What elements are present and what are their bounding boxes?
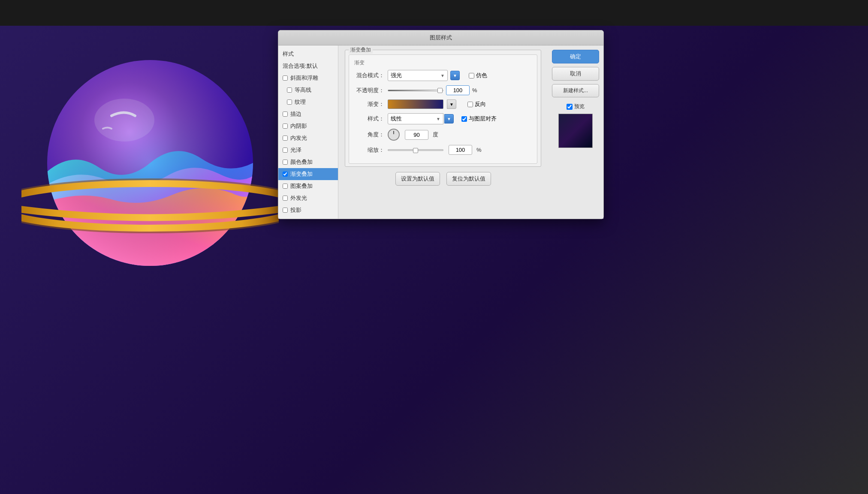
preview-label-text: 预览 xyxy=(574,103,585,110)
blend-mode-dropdown-btn[interactable]: ▼ xyxy=(450,71,460,80)
set-default-button[interactable]: 设置为默认值 xyxy=(395,172,440,186)
blend-label: 混合选项:默认 xyxy=(283,62,318,70)
scale-input[interactable] xyxy=(449,145,472,155)
bottom-buttons: 设置为默认值 复位为默认值 xyxy=(345,172,541,186)
drop-shadow-label: 投影 xyxy=(290,206,301,214)
style-arrow-icon: ▼ xyxy=(436,117,440,121)
gradient-edit-btn[interactable]: ▼ xyxy=(447,99,456,109)
outer-glow-checkbox[interactable] xyxy=(283,196,288,201)
angle-input[interactable] xyxy=(405,130,428,140)
style-value: 线性 xyxy=(391,115,402,123)
blend-mode-row: 混合模式： 强光 ▼ ▼ 仿色 xyxy=(354,70,532,81)
right-buttons-panel: 确定 取消 新建样式... 预览 xyxy=(548,45,603,219)
opacity-row: 不透明度： % xyxy=(354,85,532,95)
main-panel: 渐变叠加 渐变 混合模式： 强光 ▼ xyxy=(338,45,548,219)
pattern-overlay-label: 图案叠加 xyxy=(290,182,313,190)
svg-point-3 xyxy=(47,60,253,266)
angle-label: 角度： xyxy=(354,131,384,139)
preview-section: 预览 xyxy=(552,103,599,148)
preview-box xyxy=(558,114,593,148)
sidebar-item-inner-glow[interactable]: 内发光 xyxy=(278,132,338,144)
outer-section-title: 渐变叠加 xyxy=(349,46,373,54)
dialog-title-bar: 图层样式 xyxy=(278,30,603,45)
contour-checkbox[interactable] xyxy=(287,87,292,93)
inner-section-title: 渐变 xyxy=(354,59,532,66)
reverse-label: 反向 xyxy=(475,100,486,108)
sidebar-item-gradient-overlay[interactable]: 渐变叠加 xyxy=(278,168,338,180)
gradient-overlay-checkbox[interactable] xyxy=(283,172,288,177)
align-layer-checkbox[interactable] xyxy=(461,116,467,122)
style-dropdown-arrow-icon: ▼ xyxy=(447,117,451,121)
sidebar-item-style[interactable]: 样式 xyxy=(278,48,338,60)
top-bar xyxy=(0,0,868,26)
sidebar-item-color-overlay[interactable]: 颜色叠加 xyxy=(278,156,338,168)
stroke-checkbox[interactable] xyxy=(283,111,288,117)
planet-illustration xyxy=(21,43,279,300)
sidebar-item-bevel[interactable]: 斜面和浮雕 xyxy=(278,72,338,84)
reverse-checkbox[interactable] xyxy=(467,102,473,107)
scale-slider[interactable] xyxy=(388,146,443,154)
gradient-label: 渐变： xyxy=(354,100,384,108)
style-row: 样式： 线性 ▼ ▼ xyxy=(354,113,532,124)
opacity-label: 不透明度： xyxy=(354,87,384,94)
scale-row: 缩放： % xyxy=(354,145,532,155)
blend-mode-arrow: ▼ xyxy=(440,73,445,78)
gradient-bar[interactable] xyxy=(388,99,443,109)
confirm-button[interactable]: 确定 xyxy=(552,50,599,63)
reset-default-button[interactable]: 复位为默认值 xyxy=(446,172,491,186)
dither-checkbox[interactable] xyxy=(469,73,474,78)
style-dropdown-btn[interactable]: ▼ xyxy=(444,114,454,124)
inner-glow-checkbox[interactable] xyxy=(283,136,288,141)
cancel-button[interactable]: 取消 xyxy=(552,67,599,81)
style-label-field: 样式： xyxy=(354,115,384,123)
texture-label: 纹理 xyxy=(295,98,306,106)
color-overlay-checkbox[interactable] xyxy=(283,160,288,165)
blend-mode-dropdown-arrow-icon: ▼ xyxy=(453,73,457,78)
layer-style-dialog: 图层样式 样式 混合选项:默认 斜面和浮雕 等高线 纹理 xyxy=(278,30,604,219)
satin-checkbox[interactable] xyxy=(283,148,288,153)
angle-row: 角度： 度 xyxy=(354,129,532,141)
inner-shadow-checkbox[interactable] xyxy=(283,124,288,129)
opacity-unit: % xyxy=(472,87,477,93)
sidebar-item-drop-shadow[interactable]: 投影 xyxy=(278,204,338,216)
reverse-section: 反向 xyxy=(467,100,486,108)
sidebar: 样式 混合选项:默认 斜面和浮雕 等高线 纹理 描边 xyxy=(278,45,338,219)
color-overlay-label: 颜色叠加 xyxy=(290,158,313,166)
dither-label: 仿色 xyxy=(476,72,487,79)
sidebar-item-pattern-overlay[interactable]: 图案叠加 xyxy=(278,180,338,192)
sidebar-item-outer-glow[interactable]: 外发光 xyxy=(278,192,338,204)
opacity-slider[interactable] xyxy=(388,86,443,95)
dither-section: 仿色 xyxy=(469,72,487,79)
preview-checkbox[interactable] xyxy=(567,104,573,110)
opacity-input[interactable] xyxy=(446,85,470,95)
sidebar-item-blend[interactable]: 混合选项:默认 xyxy=(278,60,338,72)
blend-mode-select[interactable]: 强光 ▼ xyxy=(388,70,448,81)
sidebar-item-contour[interactable]: 等高线 xyxy=(278,84,338,96)
sidebar-item-stroke[interactable]: 描边 xyxy=(278,108,338,120)
bevel-label: 斜面和浮雕 xyxy=(290,74,318,82)
new-style-button[interactable]: 新建样式... xyxy=(552,84,599,97)
gradient-overlay-label: 渐变叠加 xyxy=(290,170,313,178)
drop-shadow-checkbox[interactable] xyxy=(283,208,288,213)
style-label: 样式 xyxy=(283,50,294,58)
sidebar-item-satin[interactable]: 光泽 xyxy=(278,144,338,156)
blend-mode-value: 强光 xyxy=(391,72,402,79)
align-layer-section: 与图层对齐 xyxy=(461,115,497,123)
sidebar-item-inner-shadow[interactable]: 内阴影 xyxy=(278,120,338,132)
inner-shadow-label: 内阴影 xyxy=(290,122,307,130)
angle-unit: 度 xyxy=(433,131,438,139)
align-layer-label: 与图层对齐 xyxy=(469,115,497,123)
angle-dial[interactable] xyxy=(388,129,400,141)
pattern-overlay-checkbox[interactable] xyxy=(283,184,288,189)
dialog-title: 图层样式 xyxy=(430,34,452,41)
sidebar-item-texture[interactable]: 纹理 xyxy=(278,96,338,108)
gradient-edit-arrow-icon: ▼ xyxy=(449,102,454,107)
contour-label: 等高线 xyxy=(295,86,311,94)
texture-checkbox[interactable] xyxy=(287,99,292,105)
outer-glow-label: 外发光 xyxy=(290,194,307,202)
inner-glow-label: 内发光 xyxy=(290,134,307,142)
scale-unit: % xyxy=(476,147,482,153)
scale-label: 缩放： xyxy=(354,146,384,154)
bevel-checkbox[interactable] xyxy=(283,75,288,81)
style-select[interactable]: 线性 ▼ xyxy=(388,113,443,124)
